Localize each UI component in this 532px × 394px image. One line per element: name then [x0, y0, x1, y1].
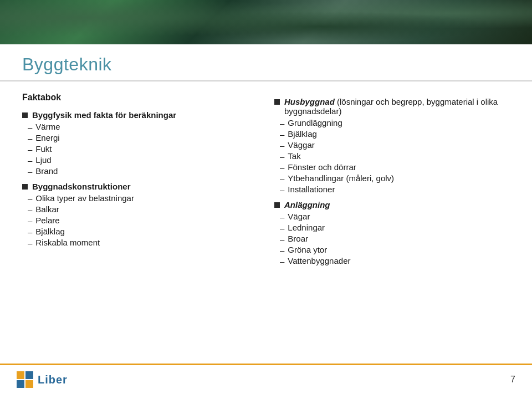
varme-label: Värme [35, 122, 60, 131]
page-number: 7 [510, 375, 515, 385]
dash-icon: – [28, 167, 32, 176]
dash-icon: – [28, 134, 32, 143]
title-bar: Byggteknik [0, 44, 532, 81]
vattenbyggnader-label: Vattenbyggnader [288, 256, 350, 265]
dash-icon: – [280, 212, 284, 222]
dash-icon: – [280, 223, 284, 233]
list-item: – Fönster och dörrar [274, 162, 510, 172]
dash-icon: – [28, 227, 32, 237]
fukt-label: Fukt [35, 144, 52, 153]
ljud-label: Ljud [35, 155, 51, 165]
dash-icon: – [280, 245, 284, 255]
bjalkllag-label: Bjälklag [35, 227, 65, 236]
list-item: – Installationer [274, 185, 510, 195]
liber-logo: Liber [17, 371, 68, 388]
bullet-icon [22, 184, 28, 190]
square1 [17, 371, 24, 379]
dash-icon: – [280, 185, 284, 195]
bullet-icon [274, 99, 280, 105]
list-item: – Tak [274, 151, 510, 161]
brand-label: Brand [35, 166, 58, 176]
dash-icon: – [28, 122, 32, 132]
balkar-label: Balkar [35, 204, 59, 214]
dash-icon: – [280, 152, 284, 161]
page-title: Byggteknik [22, 54, 510, 75]
typer-label: Olika typer av belastningar [35, 193, 134, 203]
section-anlaggning: Anläggning [274, 200, 510, 209]
dash-icon: – [280, 141, 284, 150]
list-item: – Brand [22, 166, 258, 176]
liber-squares-icon [17, 371, 33, 388]
anlaggning-label: Anläggning [284, 200, 330, 209]
list-item: – Ledningar [274, 223, 510, 233]
section-husbyggnad: Husbyggnad (lösningar och begrepp, byggm… [274, 97, 510, 116]
riskabla-label: Riskabla moment [35, 238, 100, 247]
list-item: – Fukt [22, 144, 258, 154]
broar-label: Broar [288, 234, 308, 243]
list-item: – Vägar [274, 212, 510, 222]
fonster-label: Fönster och dörrar [288, 162, 356, 172]
dash-icon: – [280, 119, 284, 128]
square3 [17, 380, 24, 388]
square4 [25, 380, 33, 388]
list-item: – Pelare [22, 216, 258, 226]
vagar-label: Vägar [288, 212, 310, 221]
liber-text: Liber [38, 373, 68, 386]
grona-label: Gröna ytor [288, 245, 327, 254]
dash-icon: – [28, 216, 32, 226]
section-byggnadskonstruktioner: Byggnadskonstruktioner [22, 182, 258, 191]
slide: Byggteknik Faktabok Byggfysik med fakta … [0, 0, 532, 394]
dash-icon: – [280, 234, 284, 244]
section-byggfysik: Byggfysik med fakta för beräkningar [22, 110, 258, 120]
faktabok-header: Faktabok [22, 93, 258, 103]
list-item: – Vattenbyggnader [274, 256, 510, 266]
list-item: – Ytbehandlingar (måleri, golv) [274, 173, 510, 183]
list-item: – Bjälklag [274, 129, 510, 139]
installationer-label: Installationer [288, 185, 335, 194]
footer: Liber 7 [0, 364, 532, 394]
list-item: – Balkar [22, 204, 258, 214]
pelare-label: Pelare [35, 216, 59, 225]
dash-icon: – [280, 163, 284, 172]
square2 [25, 371, 33, 379]
bullet-icon [22, 112, 28, 118]
dash-icon: – [280, 174, 284, 183]
list-item: – Bjälklag [22, 227, 258, 237]
list-item: – Energi [22, 133, 258, 143]
dash-icon: – [28, 194, 32, 203]
list-item: – Olika typer av belastningar [22, 193, 258, 203]
dash-icon: – [28, 205, 32, 214]
list-item: – Ljud [22, 155, 258, 165]
list-item: – Väggar [274, 140, 510, 150]
tak-label: Tak [288, 151, 300, 161]
dash-icon: – [28, 156, 32, 165]
bullet-icon [274, 202, 280, 208]
list-item: – Värme [22, 122, 258, 132]
list-item: – Grundläggning [274, 118, 510, 128]
byggnadskonstruktioner-label: Byggnadskonstruktioner [32, 182, 131, 191]
list-item: – Riskabla moment [22, 238, 258, 248]
top-image [0, 0, 532, 44]
list-item: – Broar [274, 234, 510, 244]
energi-label: Energi [35, 133, 59, 142]
content-area: Faktabok Byggfysik med fakta för beräkni… [0, 81, 532, 364]
column-right: Husbyggnad (lösningar och begrepp, byggm… [274, 93, 510, 352]
dash-icon: – [28, 145, 32, 154]
grundlaggning-label: Grundläggning [288, 118, 342, 127]
dash-icon: – [280, 130, 284, 139]
column-left: Faktabok Byggfysik med fakta för beräkni… [22, 93, 258, 352]
bjalkllag-r-label: Bjälklag [288, 129, 317, 139]
dash-icon: – [28, 238, 32, 248]
list-item: – Gröna ytor [274, 245, 510, 255]
husbyggnad-label: Husbyggnad (lösningar och begrepp, byggm… [284, 97, 510, 116]
ytbehandlingar-label: Ytbehandlingar (måleri, golv) [288, 173, 394, 183]
byggfysik-label: Byggfysik med fakta för beräkningar [32, 110, 176, 120]
ledningar-label: Ledningar [288, 223, 325, 232]
vaggar-label: Väggar [288, 140, 314, 150]
dash-icon: – [280, 257, 284, 266]
